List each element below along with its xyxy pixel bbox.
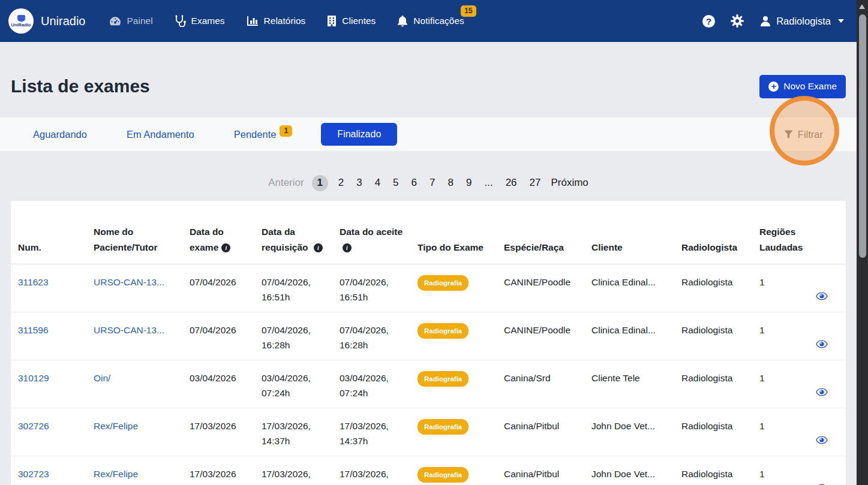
exam-number-link[interactable]: 302726 — [18, 421, 49, 431]
filter-button[interactable]: Filtrar — [784, 129, 823, 140]
radiologist-cell: Radiologista — [674, 408, 752, 456]
user-menu[interactable]: Radiologista — [759, 15, 844, 27]
notifications-count-badge[interactable]: 15 — [461, 5, 476, 17]
tab-em-andamento[interactable]: Em Andamento — [127, 129, 194, 140]
page-scrollbar[interactable] — [857, 0, 868, 485]
pagination-page[interactable]: 7 — [427, 176, 437, 190]
exam-number-link[interactable]: 311623 — [18, 277, 49, 287]
info-icon[interactable]: i — [221, 243, 230, 252]
pagination-page[interactable]: 27 — [527, 176, 543, 190]
info-icon[interactable]: i — [314, 243, 323, 252]
pagination-page[interactable]: 1 — [312, 175, 328, 191]
pagination-page[interactable]: 4 — [373, 176, 383, 190]
nav-item-painel[interactable]: Painel — [109, 16, 152, 26]
accept-date-cell: 07/04/2026, 16:28h — [332, 312, 410, 360]
regions-cell: 1 — [752, 456, 809, 485]
view-exam-eye-icon[interactable] — [816, 436, 828, 444]
table-row: 310129 Oin/ 03/04/2026 03/04/2026, 07:24… — [11, 360, 846, 408]
scroll-up-arrow-icon[interactable] — [859, 4, 865, 9]
tab-pendente-label: Pendente — [234, 129, 277, 140]
new-exam-button[interactable]: + Novo Exame — [759, 75, 846, 98]
view-exam-eye-icon[interactable] — [816, 292, 828, 300]
col-regions: Regiões Laudadas — [752, 201, 809, 264]
nav-item-exames[interactable]: Exames — [175, 15, 225, 27]
species-cell: Canina/Pitbul — [497, 408, 584, 456]
exam-type-badge: Radiografia — [418, 275, 468, 291]
exam-number-link[interactable]: 311596 — [18, 325, 49, 335]
col-request-date: Data da requisição i — [254, 201, 332, 264]
table-row: 311623 URSO-CAN-13... 07/04/2026 07/04/2… — [11, 264, 846, 312]
request-date-cell: 17/03/2026, 14:35h — [254, 456, 332, 485]
radiologist-cell: Radiologista — [674, 360, 752, 408]
stethoscope-icon — [175, 15, 186, 27]
pagination-next[interactable]: Próximo — [551, 177, 588, 189]
nav-item-notificacoes[interactable]: Notificações 15 — [397, 15, 464, 27]
filter-label: Filtrar — [798, 129, 823, 140]
col-species: Espécie/Raça — [497, 201, 584, 264]
pagination-page[interactable]: 9 — [464, 176, 474, 190]
exam-table-card: Num. Nome do Paciente/Tutor Data do exam… — [11, 201, 846, 485]
pagination-page[interactable]: 6 — [409, 176, 419, 190]
patient-name-link[interactable]: Rex/Felipe — [94, 469, 138, 479]
pagination-page[interactable]: 5 — [391, 176, 401, 190]
exam-type-badge: Radiografia — [418, 467, 468, 483]
exam-number-link[interactable]: 310129 — [18, 373, 49, 383]
regions-cell: 1 — [752, 312, 809, 360]
filter-funnel-icon — [784, 130, 793, 138]
pagination-page[interactable]: 8 — [446, 176, 456, 190]
regions-cell: 1 — [752, 408, 809, 456]
view-exam-eye-icon[interactable] — [816, 388, 828, 396]
exam-date-cell: 07/04/2026 — [182, 264, 254, 312]
tab-em-andamento-label: Em Andamento — [127, 129, 194, 140]
info-icon[interactable]: i — [343, 243, 352, 252]
pagination-pages: 123456789...2627 — [312, 175, 543, 191]
client-cell: Clinica Edinal... — [584, 312, 674, 360]
nav-item-clientes[interactable]: Clientes — [327, 15, 376, 27]
view-exam-eye-icon[interactable] — [816, 340, 828, 348]
scrollbar-thumb[interactable] — [859, 14, 866, 258]
help-icon[interactable]: ? — [702, 15, 715, 28]
exam-number-link[interactable]: 302723 — [18, 469, 49, 479]
radiologist-cell: Radiologista — [674, 264, 752, 312]
patient-name-link[interactable]: URSO-CAN-13... — [94, 277, 164, 287]
tab-aguardando[interactable]: Aguardando — [33, 129, 87, 140]
bell-icon — [397, 15, 408, 27]
patient-name-link[interactable]: URSO-CAN-13... — [94, 325, 164, 335]
settings-gear-icon[interactable] — [731, 14, 744, 28]
chevron-down-icon — [838, 19, 844, 23]
logo-text: UniRadio — [11, 22, 31, 28]
col-exam-type: Tipo do Exame — [410, 201, 497, 264]
main-nav: Painel Exames Relatórios Clientes Notifi… — [109, 15, 464, 27]
pagination-page[interactable]: 3 — [354, 176, 364, 190]
exam-type-badge: Radiografia — [418, 419, 468, 435]
exam-date-cell: 03/04/2026 — [182, 360, 254, 408]
col-radiologist: Radiologista — [674, 201, 752, 264]
patient-name-link[interactable]: Oin/ — [94, 373, 110, 383]
status-tab-bar: Aguardando Em Andamento Pendente 1 Final… — [0, 118, 857, 151]
pagination-page[interactable]: 26 — [503, 176, 519, 190]
table-row: 302726 Rex/Felipe 17/03/2026 17/03/2026,… — [11, 408, 846, 456]
pagination-previous[interactable]: Anterior — [268, 177, 304, 189]
exam-date-cell: 07/04/2026 — [182, 312, 254, 360]
pagination-page[interactable]: 2 — [336, 176, 346, 190]
col-client: Cliente — [584, 201, 674, 264]
tab-aguardando-label: Aguardando — [33, 129, 87, 140]
accept-date-cell: 07/04/2026, 16:51h — [332, 264, 410, 312]
pendente-count-badge: 1 — [280, 125, 292, 137]
table-row: 311596 URSO-CAN-13... 07/04/2026 07/04/2… — [11, 312, 846, 360]
brand[interactable]: UniRadio Uniradio — [8, 8, 85, 34]
exam-table: Num. Nome do Paciente/Tutor Data do exam… — [11, 201, 846, 485]
patient-name-link[interactable]: Rex/Felipe — [94, 421, 138, 431]
pagination: Anterior 123456789...2627 Próximo — [11, 173, 846, 193]
col-patient: Nome do Paciente/Tutor — [86, 201, 182, 264]
nav-item-relatorios[interactable]: Relatórios — [247, 16, 306, 26]
regions-cell: 1 — [752, 264, 809, 312]
bar-chart-icon — [247, 16, 259, 26]
tab-pendente[interactable]: Pendente 1 — [234, 129, 293, 140]
tab-finalizado[interactable]: Finalizado — [321, 123, 397, 146]
accept-date-cell: 03/04/2026, 07:24h — [332, 360, 410, 408]
user-icon — [759, 15, 771, 27]
gauge-icon — [109, 16, 121, 26]
species-cell: CANINE/Poodle — [497, 264, 584, 312]
nav-label-painel: Painel — [127, 16, 152, 26]
